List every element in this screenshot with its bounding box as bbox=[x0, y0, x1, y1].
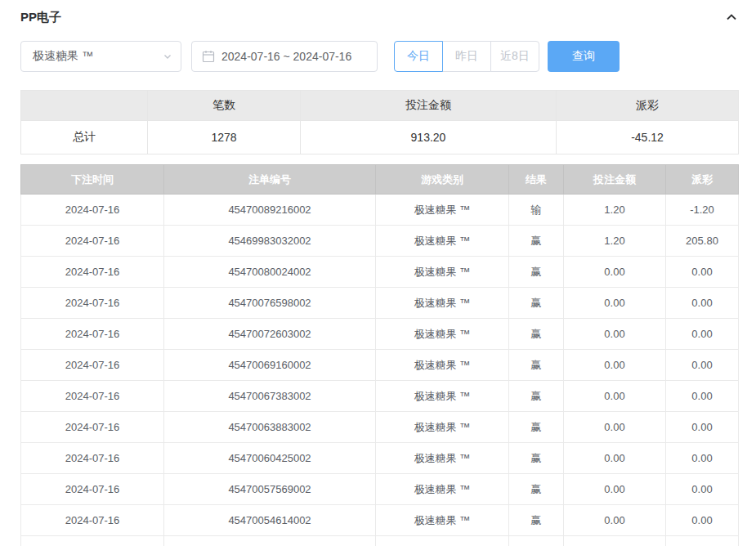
cell-game-type: 极速糖果 ™ bbox=[376, 319, 509, 350]
col-header-payout: 派彩 bbox=[666, 165, 739, 195]
panel-header: PP电子 bbox=[20, 0, 738, 34]
table-row: 2024-07-16 45469983032002 极速糖果 ™ 赢 1.20 … bbox=[21, 226, 739, 257]
chevron-down-icon bbox=[163, 51, 172, 61]
query-button[interactable]: 查询 bbox=[548, 41, 620, 72]
collapse-button[interactable] bbox=[725, 11, 738, 24]
cell-result: 赢 bbox=[509, 412, 564, 443]
calendar-icon bbox=[202, 50, 215, 63]
cell-bet-time: 2024-07-16 bbox=[21, 319, 164, 350]
cell-bet-amount: 0.00 bbox=[564, 505, 666, 536]
cell-bet-time: 2024-07-16 bbox=[21, 381, 164, 412]
table-row: 2024-07-16 45470072603002 极速糖果 ™ 赢 0.00 … bbox=[21, 319, 739, 350]
summary-header-payout: 派彩 bbox=[557, 91, 739, 121]
table-row: 2024-07-16 45470067383002 极速糖果 ™ 赢 0.00 … bbox=[21, 381, 739, 412]
summary-header-count: 笔数 bbox=[148, 91, 301, 121]
quick-date-button-yesterday[interactable]: 昨日 bbox=[442, 41, 491, 72]
cell-result: 赢 bbox=[509, 474, 564, 505]
col-header-game-type: 游戏类别 bbox=[376, 165, 509, 195]
col-header-bet-amount: 投注金额 bbox=[564, 165, 666, 195]
cell-payout: 0.00 bbox=[666, 443, 739, 474]
cell-bet-time: 2024-07-16 bbox=[21, 288, 164, 319]
summary-total-label: 总计 bbox=[21, 121, 148, 154]
table-row: 2024-07-16 45470057569002 极速糖果 ™ 赢 0.00 … bbox=[21, 474, 739, 505]
cell-bet-time: 2024-07-16 bbox=[21, 350, 164, 381]
cell-payout: 0.00 bbox=[666, 505, 739, 536]
cell-result: 赢 bbox=[509, 319, 564, 350]
cell-game-type: 极速糖果 ™ bbox=[376, 288, 509, 319]
cell-bet-time: 2024-07-16 bbox=[21, 195, 164, 226]
cell-bet-id: 45470054614002 bbox=[164, 505, 376, 536]
cell-payout: 0.00 bbox=[666, 412, 739, 443]
cell-bet-amount: 0.00 bbox=[564, 350, 666, 381]
filter-bar: 极速糖果 ™ 2024-07-16 ~ 2024-07-16 今日 昨日 bbox=[20, 41, 738, 72]
table-row: 2024-07-16 45470076598002 极速糖果 ™ 赢 0.00 … bbox=[21, 288, 739, 319]
cell-result: 赢 bbox=[509, 257, 564, 288]
cell-result: 赢 bbox=[509, 505, 564, 536]
cell-game-type: 极速糖果 ™ bbox=[376, 226, 509, 257]
summary-total-row: 总计 1278 913.20 -45.12 bbox=[21, 121, 739, 154]
table-row: 2024-07-16 45470089216002 极速糖果 ™ 输 1.20 … bbox=[21, 195, 739, 226]
cell-payout: 0.00 bbox=[666, 474, 739, 505]
game-select[interactable]: 极速糖果 ™ bbox=[20, 41, 181, 72]
summary-header-bet-amount: 投注金额 bbox=[301, 91, 557, 121]
cell-bet-amount: 1.20 bbox=[564, 226, 666, 257]
cell-bet-id: 45470072603002 bbox=[164, 319, 376, 350]
game-select-value: 极速糖果 ™ bbox=[33, 49, 93, 64]
cell-result: 赢 bbox=[509, 443, 564, 474]
cell-game-type bbox=[376, 536, 509, 546]
cell-payout bbox=[666, 536, 739, 546]
cell-payout: 0.00 bbox=[666, 350, 739, 381]
cell-result: 赢 bbox=[509, 381, 564, 412]
cell-bet-amount: 0.00 bbox=[564, 381, 666, 412]
cell-bet-amount: 1.20 bbox=[564, 195, 666, 226]
cell-payout: 0.00 bbox=[666, 381, 739, 412]
cell-bet-amount: 0.00 bbox=[564, 319, 666, 350]
table-row: 2024-07-16 45470054614002 极速糖果 ™ 赢 0.00 … bbox=[21, 505, 739, 536]
cell-bet-id: 45470060425002 bbox=[164, 443, 376, 474]
cell-bet-id: 45470067383002 bbox=[164, 381, 376, 412]
cell-bet-amount: 0.00 bbox=[564, 412, 666, 443]
date-range-value: 2024-07-16 ~ 2024-07-16 bbox=[221, 50, 351, 63]
summary-header-blank bbox=[21, 91, 148, 121]
cell-result: 赢 bbox=[509, 288, 564, 319]
cell-bet-id: 45470069160002 bbox=[164, 350, 376, 381]
cell-payout: 205.80 bbox=[666, 226, 739, 257]
pp-electronic-panel: PP电子 极速糖果 ™ 2 bbox=[0, 0, 756, 546]
cell-payout: -1.20 bbox=[666, 195, 739, 226]
cell-bet-amount bbox=[564, 536, 666, 546]
cell-game-type: 极速糖果 ™ bbox=[376, 412, 509, 443]
summary-total-count: 1278 bbox=[148, 121, 301, 154]
bet-table-body: 2024-07-16 45470089216002 极速糖果 ™ 输 1.20 … bbox=[21, 195, 739, 546]
cell-bet-amount: 0.00 bbox=[564, 288, 666, 319]
summary-header-row: 笔数 投注金额 派彩 bbox=[21, 91, 739, 121]
table-row: 2024-07-16 45470060425002 极速糖果 ™ 赢 0.00 … bbox=[21, 443, 739, 474]
cell-game-type: 极速糖果 ™ bbox=[376, 443, 509, 474]
cell-game-type: 极速糖果 ™ bbox=[376, 195, 509, 226]
summary-total-bet-amount: 913.20 bbox=[301, 121, 557, 154]
cell-bet-amount: 0.00 bbox=[564, 474, 666, 505]
cell-bet-id: 45470089216002 bbox=[164, 195, 376, 226]
cell-result: 赢 bbox=[509, 350, 564, 381]
summary-table: 笔数 投注金额 派彩 总计 1278 913.20 -45.12 bbox=[20, 90, 739, 154]
quick-date-button-today[interactable]: 今日 bbox=[394, 41, 443, 72]
bet-records-table: 下注时间 注单编号 游戏类别 结果 投注金额 派彩 2024-07-16 454… bbox=[20, 164, 739, 546]
cell-result: 赢 bbox=[509, 226, 564, 257]
cell-result bbox=[509, 536, 564, 546]
cell-bet-time: 2024-07-16 bbox=[21, 257, 164, 288]
cell-bet-id bbox=[164, 536, 376, 546]
partial-row bbox=[21, 536, 739, 546]
cell-bet-time: 2024-07-16 bbox=[21, 474, 164, 505]
col-header-bet-time: 下注时间 bbox=[21, 165, 164, 195]
date-range-input[interactable]: 2024-07-16 ~ 2024-07-16 bbox=[191, 41, 378, 72]
table-row: 2024-07-16 45470080024002 极速糖果 ™ 赢 0.00 … bbox=[21, 257, 739, 288]
cell-bet-time bbox=[21, 536, 164, 546]
cell-bet-time: 2024-07-16 bbox=[21, 505, 164, 536]
quick-date-button-last8days[interactable]: 近8日 bbox=[490, 41, 539, 72]
cell-bet-id: 45470057569002 bbox=[164, 474, 376, 505]
cell-bet-id: 45470063883002 bbox=[164, 412, 376, 443]
cell-bet-id: 45469983032002 bbox=[164, 226, 376, 257]
cell-payout: 0.00 bbox=[666, 288, 739, 319]
cell-game-type: 极速糖果 ™ bbox=[376, 505, 509, 536]
cell-bet-amount: 0.00 bbox=[564, 443, 666, 474]
cell-bet-time: 2024-07-16 bbox=[21, 443, 164, 474]
